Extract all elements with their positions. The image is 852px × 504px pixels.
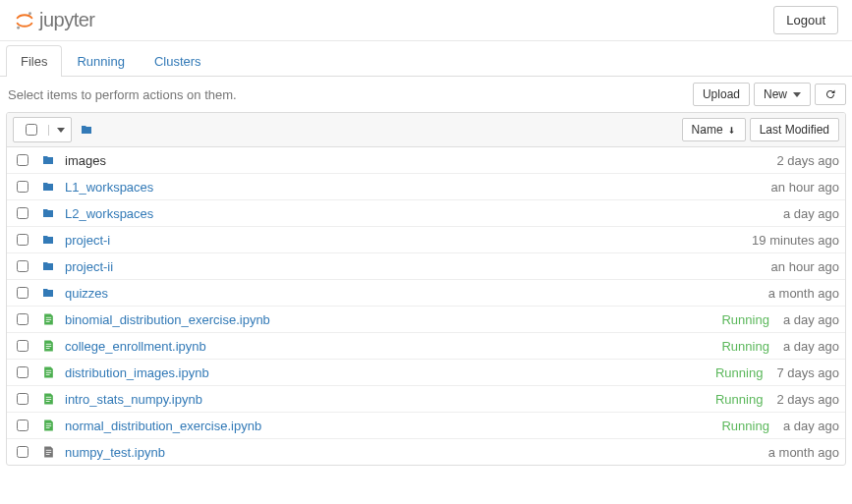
- modified-time: 7 days ago: [776, 365, 839, 380]
- notebook-icon: [41, 445, 55, 459]
- action-toolbar: Select items to perform actions on them.…: [0, 77, 852, 112]
- modified-time: a day ago: [783, 419, 839, 433]
- jupyter-icon: [14, 10, 35, 31]
- notebook-link[interactable]: binomial_distribution_exercise.ipynb: [65, 312, 270, 327]
- folder-icon: [41, 181, 55, 193]
- modified-time: 19 minutes ago: [752, 233, 839, 248]
- new-button[interactable]: New: [754, 83, 811, 106]
- svg-rect-8: [45, 370, 50, 371]
- svg-rect-17: [45, 450, 50, 451]
- svg-rect-5: [45, 344, 50, 345]
- notebook-icon: [41, 365, 55, 379]
- notebook-icon: [41, 419, 55, 432]
- status-badge: Running: [715, 365, 763, 380]
- selection-hint: Select items to perform actions on them.: [6, 87, 237, 102]
- row-checkbox[interactable]: [17, 446, 28, 458]
- tab-clusters[interactable]: Clusters: [140, 45, 216, 77]
- notebook-link[interactable]: normal_distribution_exercise.ipynb: [65, 419, 261, 433]
- modified-time: a month ago: [768, 286, 839, 301]
- page-header: jupyter Logout: [0, 0, 852, 41]
- svg-rect-4: [45, 321, 49, 322]
- notebook-icon: [41, 339, 55, 353]
- row-checkbox[interactable]: [17, 234, 28, 246]
- modified-time: a day ago: [783, 206, 839, 221]
- svg-rect-6: [45, 346, 50, 347]
- row-checkbox[interactable]: [17, 154, 28, 166]
- folder-link[interactable]: project-ii: [65, 259, 113, 274]
- notebook-link[interactable]: numpy_test.ipynb: [65, 445, 165, 460]
- brand-text: jupyter: [39, 9, 95, 31]
- svg-rect-10: [45, 374, 49, 375]
- select-all-checkbox[interactable]: [26, 124, 37, 136]
- file-row: normal_distribution_exercise.ipynbRunnin…: [7, 412, 845, 438]
- svg-rect-12: [45, 399, 50, 400]
- file-rows: images2 days agoL1_workspacesan hour ago…: [7, 147, 845, 465]
- folder-link[interactable]: L2_workspaces: [65, 206, 153, 221]
- svg-rect-14: [45, 423, 50, 424]
- refresh-button[interactable]: [815, 84, 846, 105]
- folder-icon: [41, 287, 55, 299]
- upload-button[interactable]: Upload: [693, 83, 750, 106]
- file-list: Name Last Modified images2 days agoL1_wo…: [6, 112, 846, 466]
- file-row: college_enrollment.ipynbRunninga day ago: [7, 332, 845, 359]
- row-checkbox[interactable]: [17, 366, 28, 378]
- status-badge: Running: [721, 419, 768, 433]
- row-checkbox[interactable]: [17, 260, 28, 272]
- row-checkbox[interactable]: [17, 340, 28, 352]
- file-row: intro_stats_numpy.ipynbRunning2 days ago: [7, 385, 845, 412]
- caret-down-icon: [57, 128, 65, 133]
- main-tabs: Files Running Clusters: [0, 45, 852, 77]
- file-row: binomial_distribution_exercise.ipynbRunn…: [7, 306, 845, 332]
- modified-time: 2 days ago: [776, 392, 839, 407]
- folder-link[interactable]: quizzes: [65, 286, 108, 301]
- folder-link[interactable]: images: [65, 153, 106, 168]
- row-checkbox[interactable]: [17, 393, 28, 405]
- notebook-link[interactable]: intro_stats_numpy.ipynb: [65, 392, 202, 407]
- row-checkbox[interactable]: [17, 287, 28, 299]
- select-all-group: [13, 117, 72, 142]
- notebook-icon: [41, 312, 55, 326]
- notebook-link[interactable]: distribution_images.ipynb: [65, 365, 209, 380]
- row-checkbox[interactable]: [17, 420, 28, 431]
- modified-time: a day ago: [783, 312, 839, 327]
- notebook-link[interactable]: college_enrollment.ipynb: [65, 339, 206, 354]
- modified-time: a month ago: [768, 445, 839, 460]
- tab-files[interactable]: Files: [6, 45, 62, 77]
- svg-rect-19: [45, 454, 49, 455]
- modified-time: an hour ago: [771, 180, 839, 195]
- logout-button[interactable]: Logout: [773, 6, 838, 34]
- brand-logo[interactable]: jupyter: [14, 9, 95, 31]
- file-row: project-iian hour ago: [7, 252, 845, 279]
- modified-time: 2 days ago: [776, 153, 839, 168]
- breadcrumb-root[interactable]: [80, 124, 93, 136]
- row-checkbox[interactable]: [17, 207, 28, 219]
- sort-name-button[interactable]: Name: [682, 118, 746, 141]
- sort-name-label: Name: [692, 123, 723, 137]
- file-row: project-i19 minutes ago: [7, 226, 845, 252]
- folder-icon: [41, 260, 55, 272]
- file-row: distribution_images.ipynbRunning7 days a…: [7, 359, 845, 385]
- modified-time: an hour ago: [771, 259, 839, 274]
- select-all-checkbox-wrap: [14, 118, 48, 141]
- tab-running[interactable]: Running: [62, 45, 139, 77]
- modified-time: a day ago: [783, 339, 839, 354]
- svg-rect-13: [45, 401, 49, 402]
- row-checkbox[interactable]: [17, 313, 28, 325]
- folder-icon: [41, 234, 55, 246]
- svg-point-1: [17, 26, 20, 28]
- status-badge: Running: [721, 339, 768, 354]
- sort-modified-button[interactable]: Last Modified: [750, 118, 839, 141]
- folder-icon: [41, 154, 55, 166]
- folder-link[interactable]: L1_workspaces: [65, 180, 153, 195]
- row-checkbox[interactable]: [17, 181, 28, 193]
- file-list-header: Name Last Modified: [7, 113, 845, 147]
- select-all-dropdown[interactable]: [48, 125, 71, 136]
- svg-rect-18: [45, 452, 50, 453]
- svg-rect-11: [45, 397, 50, 398]
- svg-point-0: [28, 12, 31, 15]
- status-badge: Running: [721, 312, 768, 327]
- folder-link[interactable]: project-i: [65, 233, 110, 248]
- svg-rect-15: [45, 425, 50, 426]
- svg-rect-16: [45, 427, 49, 428]
- file-row: L1_workspacesan hour ago: [7, 173, 845, 199]
